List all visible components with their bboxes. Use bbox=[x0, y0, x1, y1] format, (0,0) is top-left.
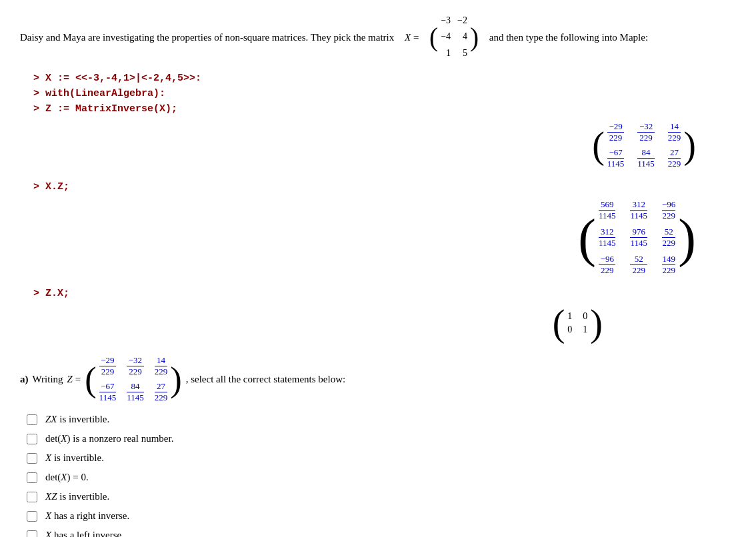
pa-z-r1c1: −29229 bbox=[99, 355, 117, 377]
maple-command-3: > Z := MatrixInverse(X); bbox=[20, 103, 736, 115]
checkbox-list: ZX is invertible. det(X) is a nonzero re… bbox=[27, 414, 736, 537]
label-x-right-inverse: X has a right inverse. bbox=[45, 510, 129, 522]
label-zx-invertible: ZX is invertible. bbox=[45, 414, 109, 425]
z-cell-r2c3: 27229 bbox=[668, 147, 681, 169]
problem-intro: Daisy and Maya are investigating the pro… bbox=[20, 13, 736, 61]
x-matrix-display: ( −3−2 −44 15 ) bbox=[429, 13, 479, 61]
maple-line-1: > X := <<-3,-4,1>|<-2,4,5>>: bbox=[33, 73, 736, 84]
maple-command-1: > X := <<-3,-4,1>|<-2,4,5>>: bbox=[20, 73, 736, 84]
checkbox-x-invertible[interactable] bbox=[27, 453, 37, 464]
z-left-bracket: ( bbox=[592, 127, 605, 164]
maple-xz-line: > X.Z; bbox=[33, 181, 736, 193]
xz-r1c3: −96229 bbox=[662, 199, 675, 221]
pa-right-bracket: ) bbox=[170, 362, 181, 397]
xz-r1c2: 3121145 bbox=[630, 199, 647, 221]
pa-z-r1c2: −32229 bbox=[127, 355, 144, 377]
maple-zx-line: > Z.X; bbox=[33, 288, 736, 299]
xz-r2c1: 3121145 bbox=[599, 227, 616, 249]
zx-r2c1: 0 bbox=[567, 324, 572, 335]
checkbox-x-left-inverse[interactable] bbox=[27, 530, 37, 537]
zx-matrix-cells: 1 0 0 1 bbox=[567, 311, 587, 335]
left-bracket: ( bbox=[429, 24, 438, 50]
xz-r2c2: 9761145 bbox=[630, 227, 647, 249]
zx-r1c2: 0 bbox=[583, 311, 587, 322]
label-xz-invertible: XZ is invertible. bbox=[45, 491, 109, 502]
xz-r3c2: 52229 bbox=[630, 254, 647, 276]
pa-z-r2c1: −671145 bbox=[99, 381, 117, 403]
checkbox-item-6: X has a right inverse. bbox=[27, 510, 736, 522]
checkbox-item-5: XZ is invertible. bbox=[27, 491, 736, 502]
z-matrix-cells: −29229 −32229 14229 −671145 841145 27229 bbox=[607, 121, 681, 169]
z-matrix-display: ( −29229 −32229 14229 −671145 841145 bbox=[592, 121, 696, 169]
part-a-section: a) Writing Z = ( −29229 −32229 14229 −67… bbox=[20, 355, 736, 403]
checkbox-item-7: X has a left inverse. bbox=[27, 530, 736, 537]
xz-r1c1: 5691145 bbox=[599, 199, 616, 221]
pa-left-bracket: ( bbox=[85, 362, 96, 397]
part-a-z-label: Z = bbox=[67, 374, 81, 385]
checkbox-item-1: ZX is invertible. bbox=[27, 414, 736, 425]
xz-r3c1: −96229 bbox=[599, 254, 616, 276]
z-cell-r2c1: −671145 bbox=[607, 147, 625, 169]
zx-left-bracket: ( bbox=[553, 304, 565, 342]
maple-xz-command: > X.Z; bbox=[20, 181, 736, 193]
part-a-label: a) bbox=[20, 374, 29, 385]
x-label: X = bbox=[405, 29, 419, 45]
checkbox-xz-invertible[interactable] bbox=[27, 492, 37, 502]
z-cell-r1c3: 14229 bbox=[668, 121, 681, 143]
pa-z-cells: −29229 −32229 14229 −671145 841145 27229 bbox=[99, 355, 168, 403]
part-a-text-after: , select all the correct statements belo… bbox=[186, 374, 346, 385]
zx-r2c2: 1 bbox=[583, 324, 587, 335]
maple-line-2: > with(LinearAlgebra): bbox=[33, 88, 736, 99]
z-cell-r1c2: −32229 bbox=[637, 121, 655, 143]
xz-matrix-display: ( 5691145 3121145 −96229 3121145 9761145 bbox=[578, 199, 696, 276]
label-x-left-inverse: X has a left inverse. bbox=[45, 530, 124, 537]
and-then-text: and then type the following into Maple: bbox=[489, 29, 648, 45]
maple-line-3: > Z := MatrixInverse(X); bbox=[33, 103, 736, 115]
xz-matrix-cells: 5691145 3121145 −96229 3121145 9761145 5… bbox=[599, 199, 675, 276]
z-cell-r1c1: −29229 bbox=[607, 121, 625, 143]
part-a-text-before: Writing bbox=[33, 374, 63, 385]
zx-right-bracket: ) bbox=[590, 304, 603, 342]
checkbox-x-right-inverse[interactable] bbox=[27, 511, 37, 522]
xz-left-bracket: ( bbox=[578, 211, 596, 265]
xz-right-bracket: ) bbox=[678, 211, 696, 265]
xz-r3c3: 149229 bbox=[662, 254, 675, 276]
label-det-x-nonzero: det(X) is a nonzero real number. bbox=[45, 433, 173, 444]
label-det-x-zero: det(X) = 0. bbox=[45, 472, 89, 483]
checkbox-item-4: det(X) = 0. bbox=[27, 472, 736, 483]
intro-text: Daisy and Maya are investigating the pro… bbox=[20, 29, 394, 45]
checkbox-det-x-zero[interactable] bbox=[27, 472, 37, 483]
right-bracket: ) bbox=[470, 24, 479, 50]
xz-r2c3: 52229 bbox=[662, 227, 675, 249]
maple-zx-command: > Z.X; bbox=[20, 288, 736, 299]
z-right-bracket: ) bbox=[683, 127, 696, 164]
pa-z-r2c2: 841145 bbox=[127, 381, 144, 403]
xz-matrix-output: ( 5691145 3121145 −96229 3121145 9761145 bbox=[20, 199, 736, 276]
pa-z-r1c3: 14229 bbox=[155, 355, 168, 377]
label-x-invertible: X is invertible. bbox=[45, 452, 104, 464]
zx-matrix-display: ( 1 0 0 1 ) bbox=[553, 304, 603, 342]
checkbox-det-x-nonzero[interactable] bbox=[27, 434, 37, 444]
pa-z-r2c3: 27229 bbox=[155, 381, 168, 403]
checkbox-item-2: det(X) is a nonzero real number. bbox=[27, 433, 736, 444]
z-matrix-output: ( −29229 −32229 14229 −671145 841145 bbox=[20, 121, 736, 169]
part-a-z-matrix: ( −29229 −32229 14229 −671145 841145 bbox=[85, 355, 182, 403]
zx-r1c1: 1 bbox=[567, 311, 572, 322]
checkbox-item-3: X is invertible. bbox=[27, 452, 736, 464]
zx-matrix-output: ( 1 0 0 1 ) bbox=[20, 304, 736, 342]
problem-container: Daisy and Maya are investigating the pro… bbox=[20, 13, 736, 537]
maple-command-2: > with(LinearAlgebra): bbox=[20, 88, 736, 99]
x-matrix-grid: −3−2 −44 15 bbox=[441, 13, 467, 61]
z-cell-r2c2: 841145 bbox=[637, 147, 655, 169]
checkbox-zx-invertible[interactable] bbox=[27, 414, 37, 425]
